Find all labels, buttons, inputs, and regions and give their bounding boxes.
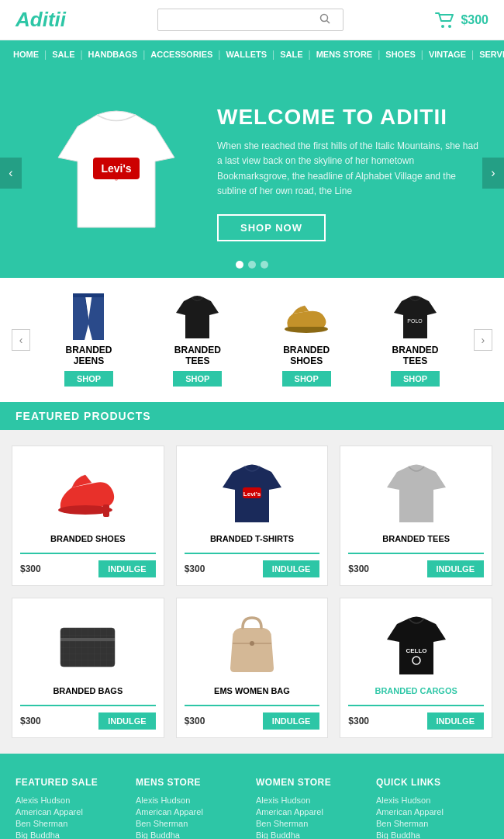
product-cargos-price: $300: [348, 716, 369, 726]
category-tees2-label: BRANDEDTEES: [392, 345, 438, 366]
category-tees1: BRANDEDTEES SHOP: [147, 293, 248, 387]
footer-quick-links: QUICK LINKS Alexis Hudson American Appar…: [376, 777, 488, 839]
logo: Aditii: [16, 8, 66, 32]
category-jeans-label: BRANDEDJEENS: [65, 345, 112, 366]
nav-home[interactable]: HOME: [8, 50, 44, 59]
footer-link[interactable]: Big Buddha: [256, 830, 368, 839]
svg-text:CELLO: CELLO: [406, 647, 426, 654]
product-cargos-image: CELLO: [385, 610, 447, 680]
product-cargos-footer: $300 INDULGE: [348, 705, 484, 730]
hero-dot-3[interactable]: [261, 261, 268, 269]
search-input[interactable]: [158, 10, 313, 29]
product-bags-indulge-button[interactable]: INDULGE: [98, 712, 156, 730]
product-cargos-name: BRANDED CARGOS: [375, 686, 457, 695]
footer-link[interactable]: Big Buddha: [136, 830, 248, 839]
categories-next-button[interactable]: ›: [474, 329, 492, 351]
hero-dots: [236, 261, 268, 269]
footer-link[interactable]: Big Buddha: [16, 830, 128, 839]
footer-women-store: WOMEN STORE Alexis Hudson American Appar…: [256, 777, 368, 839]
category-jeans-shop-button[interactable]: SHOP: [64, 371, 113, 387]
hero-prev-button[interactable]: ‹: [0, 158, 22, 189]
footer-link[interactable]: Alexis Hudson: [376, 796, 488, 805]
nav-vintage[interactable]: VINTAGE: [423, 50, 471, 59]
cart-total: $300: [461, 13, 488, 27]
product-cargos-indulge-button[interactable]: INDULGE: [427, 712, 485, 730]
svg-text:®: ®: [115, 177, 119, 182]
product-card-tees: BRANDED TEES $300 INDULGE: [340, 446, 492, 586]
footer-link[interactable]: Ben Sherman: [16, 819, 128, 828]
product-card-shoes: BRANDED SHOES $300 INDULGE: [12, 446, 164, 586]
svg-rect-12: [103, 504, 109, 517]
product-womenbag-footer: $300 INDULGE: [185, 705, 320, 730]
category-shoes: BRANDEDSHOES SHOP: [256, 293, 357, 387]
product-bags-price: $300: [20, 716, 41, 726]
search-button[interactable]: [313, 9, 337, 30]
nav-services[interactable]: SERVICES: [474, 50, 504, 59]
footer-mens-store: MENS STORE Alexis Hudson American Appare…: [136, 777, 248, 839]
search-bar[interactable]: [157, 9, 343, 31]
footer: FEATURED SALE Alexis Hudson American App…: [0, 754, 504, 839]
products-grid: BRANDED SHOES $300 INDULGE Levi's BRANDE…: [0, 430, 504, 754]
nav-shoes[interactable]: SHOES: [380, 50, 421, 59]
footer-link[interactable]: Ben Sherman: [256, 819, 368, 828]
svg-text:Levi's: Levi's: [101, 162, 131, 175]
footer-link[interactable]: American Apparel: [256, 807, 368, 816]
footer-link[interactable]: Ben Sherman: [136, 819, 248, 828]
footer-link[interactable]: Big Buddha: [376, 830, 488, 839]
nav-mens[interactable]: MENS STORE: [311, 50, 378, 59]
hero-section: ‹ Levi's ® WELCOME TO ADITII When she re…: [0, 68, 504, 278]
cart-area[interactable]: $300: [434, 12, 488, 29]
nav-sale1[interactable]: SALE: [47, 50, 80, 59]
category-shoes-shop-button[interactable]: SHOP: [282, 371, 331, 387]
hero-cta-button[interactable]: SHOP NOW: [217, 214, 326, 241]
product-bags-footer: $300 INDULGE: [20, 705, 156, 730]
category-tees1-shop-button[interactable]: SHOP: [173, 371, 222, 387]
footer-featured-sale: FEATURED SALE Alexis Hudson American App…: [16, 777, 128, 839]
svg-point-3: [448, 25, 451, 28]
footer-link[interactable]: Alexis Hudson: [256, 796, 368, 805]
hero-text-area: WELCOME TO ADITII When she reached the f…: [202, 105, 481, 241]
footer-link[interactable]: American Apparel: [376, 807, 488, 816]
featured-products-title: FEATURED PRODUCTS: [16, 410, 488, 422]
footer-link[interactable]: Ben Sherman: [376, 819, 488, 828]
hero-shirt-image: Levi's ®: [50, 103, 182, 243]
svg-rect-16: [60, 628, 115, 667]
product-tees-footer: $300 INDULGE: [348, 553, 484, 577]
svg-rect-8: [73, 293, 104, 297]
product-shoes-price: $300: [20, 563, 41, 574]
product-tshirts-indulge-button[interactable]: INDULGE: [263, 560, 320, 577]
category-tees2-shop-button[interactable]: SHOP: [391, 371, 440, 387]
category-shoes-label: BRANDEDSHOES: [283, 345, 330, 366]
footer-link[interactable]: American Apparel: [16, 807, 128, 816]
footer-link[interactable]: Alexis Hudson: [16, 796, 128, 805]
product-womenbag-indulge-button[interactable]: INDULGE: [263, 712, 320, 730]
svg-text:Levi's: Levi's: [243, 491, 261, 498]
svg-point-19: [250, 641, 254, 646]
nav-wallets[interactable]: WALLETS: [220, 50, 272, 59]
product-shoes-indulge-button[interactable]: INDULGE: [98, 560, 156, 577]
categories-prev-button[interactable]: ‹: [12, 329, 30, 351]
product-womenbag-price: $300: [185, 716, 205, 726]
category-shoes-image: [281, 293, 332, 340]
category-tees2-image: POLO: [394, 293, 437, 340]
svg-rect-17: [60, 638, 115, 641]
category-tees1-image: [176, 293, 219, 340]
product-tees-price: $300: [348, 563, 369, 574]
product-tees-indulge-button[interactable]: INDULGE: [427, 560, 485, 577]
product-tshirts-footer: $300 INDULGE: [185, 553, 320, 577]
footer-link[interactable]: American Apparel: [136, 807, 248, 816]
hero-dot-1[interactable]: [236, 261, 243, 269]
nav-sale2[interactable]: SALE: [274, 50, 308, 59]
nav-handbags[interactable]: HANDBAGS: [83, 50, 143, 59]
nav-accessories[interactable]: ACCESSORIES: [145, 50, 218, 59]
hero-dot-2[interactable]: [248, 261, 256, 269]
category-jeans-image: [69, 293, 108, 340]
svg-point-2: [441, 25, 444, 28]
product-shoes-image: [53, 458, 123, 528]
footer-link[interactable]: Alexis Hudson: [136, 796, 248, 805]
product-tshirts-price: $300: [185, 563, 205, 574]
hero-title: WELCOME TO ADITII: [217, 105, 481, 130]
hero-next-button[interactable]: ›: [482, 158, 504, 189]
product-shoes-footer: $300 INDULGE: [20, 553, 156, 577]
cart-icon: [434, 12, 456, 29]
